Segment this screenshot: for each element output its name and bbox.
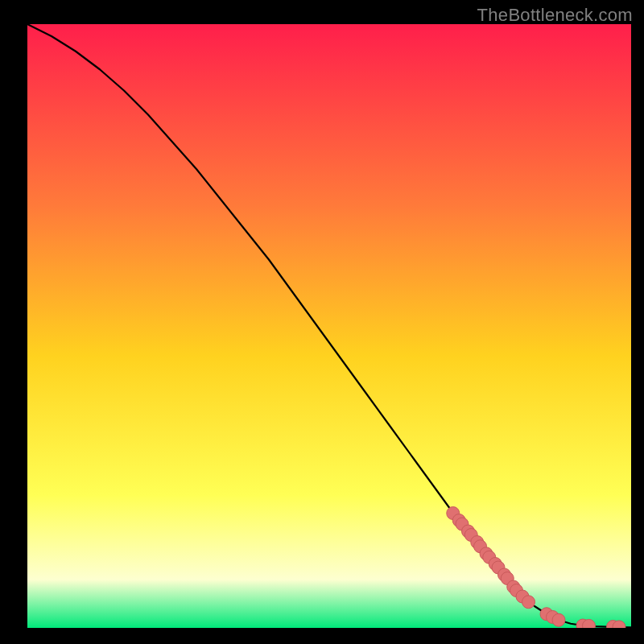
gradient-background bbox=[27, 24, 631, 628]
plot-area bbox=[27, 24, 631, 628]
data-marker bbox=[522, 596, 535, 609]
watermark-text: TheBottleneck.com bbox=[477, 5, 633, 26]
chart-frame: TheBottleneck.com bbox=[0, 0, 644, 644]
chart-svg bbox=[27, 24, 631, 628]
data-marker bbox=[552, 613, 565, 626]
